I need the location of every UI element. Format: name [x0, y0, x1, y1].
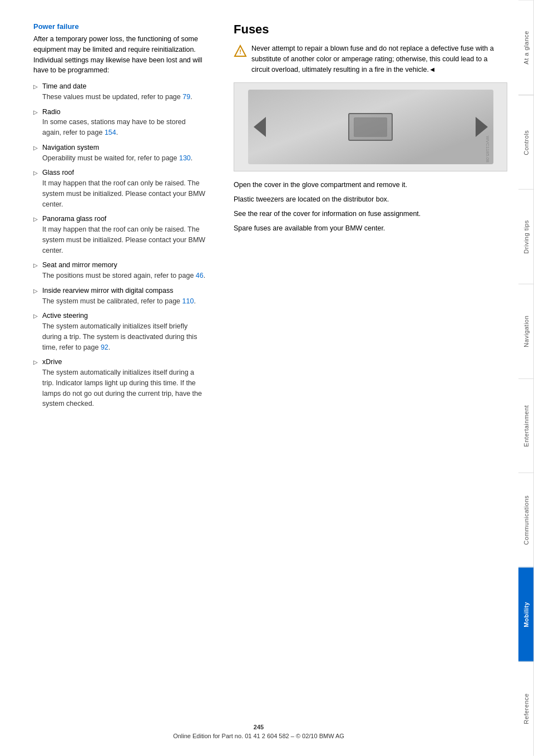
fuse-desc-rear: See the rear of the cover for informatio…: [234, 208, 507, 219]
list-item: ▷ Seat and mirror memory The positions m…: [33, 260, 206, 281]
page-footer: 245 Online Edition for Part no. 01 41 2 …: [0, 724, 517, 739]
bullet-title: Active steering: [42, 311, 206, 321]
bullet-desc: These values must be updated, refer to p…: [42, 92, 206, 102]
sidebar-item-controls[interactable]: Controls: [518, 95, 534, 190]
bullet-desc: It may happen that the roof can only be …: [42, 178, 206, 209]
bullet-content: Seat and mirror memory The positions mus…: [42, 260, 206, 281]
bullet-list: ▷ Time and date These values must be upd…: [33, 81, 206, 409]
bullet-desc: In some cases, stations may have to be s…: [42, 117, 206, 138]
bullet-desc: Operability must be waited for, refer to…: [42, 153, 206, 164]
bullet-arrow-icon: ▷: [33, 169, 38, 177]
page-container: Power failure After a temporary power lo…: [0, 0, 534, 756]
bullet-content: Inside rearview mirror with digital comp…: [42, 286, 206, 307]
bullet-content: Glass roof It may happen that the roof c…: [42, 168, 206, 209]
bullet-title: Radio: [42, 107, 206, 117]
right-sidebar: At a glance Controls Driving tips Naviga…: [518, 0, 534, 756]
bullet-title: Seat and mirror memory: [42, 260, 206, 271]
bullet-title: Inside rearview mirror with digital comp…: [42, 286, 206, 296]
list-item: ▷ Panorama glass roof It may happen that…: [33, 214, 206, 256]
bullet-arrow-icon: ▷: [33, 215, 38, 223]
bullet-arrow-icon: ▷: [33, 287, 38, 295]
warning-box: ! Never attempt to repair a blown fuse a…: [234, 43, 507, 75]
list-item: ▷ Radio In some cases, stations may have…: [33, 107, 206, 138]
sidebar-item-mobility[interactable]: Mobility: [518, 567, 534, 662]
main-content: Power failure After a temporary power lo…: [0, 0, 518, 756]
footer-text: Online Edition for Part no. 01 41 2 604 …: [0, 733, 517, 739]
svg-text:!: !: [239, 48, 241, 55]
sidebar-item-driving-tips[interactable]: Driving tips: [518, 189, 534, 284]
list-item: ▷ Inside rearview mirror with digital co…: [33, 286, 206, 307]
bullet-desc: The system must be calibrated, refer to …: [42, 296, 206, 307]
bullet-content: Time and date These values must be updat…: [42, 81, 206, 102]
sidebar-item-entertainment[interactable]: Entertainment: [518, 379, 534, 473]
list-item: ▷ Time and date These values must be upd…: [33, 81, 206, 102]
bullet-desc: The positions must be stored again, refe…: [42, 271, 206, 281]
sidebar-item-communications[interactable]: Communications: [518, 473, 534, 567]
fuse-image: WVC1185.08: [234, 82, 507, 171]
bullet-title: Navigation system: [42, 143, 206, 153]
page-ref-link[interactable]: 110: [182, 297, 194, 305]
page-ref-link[interactable]: 92: [101, 343, 108, 351]
list-item: ▷ Active steering The system automatical…: [33, 311, 206, 352]
bullet-arrow-icon: ▷: [33, 358, 38, 366]
bullet-arrow-icon: ▷: [33, 144, 38, 152]
warning-triangle-icon: !: [234, 45, 247, 58]
sidebar-item-navigation[interactable]: Navigation: [518, 284, 534, 379]
list-item: ▷ xDrive The system automatically initia…: [33, 357, 206, 409]
warning-text: Never attempt to repair a blown fuse and…: [251, 43, 507, 75]
bullet-title: xDrive: [42, 357, 206, 367]
power-failure-intro: After a temporary power loss, the functi…: [33, 34, 206, 76]
list-item: ▷ Navigation system Operability must be …: [33, 143, 206, 164]
sidebar-item-at-a-glance[interactable]: At a glance: [518, 0, 534, 95]
fuse-desc-spare: Spare fuses are available from your BMW …: [234, 223, 507, 234]
left-column: Power failure After a temporary power lo…: [33, 22, 206, 734]
fuse-desc-tweezers: Plastic tweezers are located on the dist…: [234, 194, 507, 205]
fuse-image-inner: WVC1185.08: [248, 90, 493, 164]
list-item: ▷ Glass roof It may happen that the roof…: [33, 168, 206, 209]
page-ref-link[interactable]: 79: [182, 93, 190, 101]
page-ref-link[interactable]: 154: [105, 129, 116, 136]
fuses-title: Fuses: [234, 22, 507, 37]
page-number: 245: [0, 724, 517, 730]
bullet-arrow-icon: ▷: [33, 312, 38, 320]
bullet-arrow-icon: ▷: [33, 82, 38, 91]
bullet-title: Panorama glass roof: [42, 214, 206, 224]
bullet-desc: The system automatically initializes its…: [42, 321, 206, 352]
bullet-content: xDrive The system automatically initiali…: [42, 357, 206, 409]
page-ref-link[interactable]: 130: [179, 154, 191, 162]
page-ref-link[interactable]: 46: [196, 272, 204, 279]
bullet-title: Time and date: [42, 81, 206, 92]
power-failure-title: Power failure: [33, 22, 206, 31]
bullet-desc: The system automatically initializes its…: [42, 367, 206, 409]
bullet-title: Glass roof: [42, 168, 206, 178]
bullet-content: Radio In some cases, stations may have t…: [42, 107, 206, 138]
bullet-content: Active steering The system automatically…: [42, 311, 206, 352]
bullet-arrow-icon: ▷: [33, 108, 38, 116]
bullet-arrow-icon: ▷: [33, 261, 38, 269]
fuse-desc-open: Open the cover in the glove compartment …: [234, 179, 507, 190]
bullet-content: Navigation system Operability must be wa…: [42, 143, 206, 164]
bullet-desc: It may happen that the roof can only be …: [42, 224, 206, 256]
bullet-content: Panorama glass roof It may happen that t…: [42, 214, 206, 256]
right-column: Fuses ! Never attempt to repair a blown …: [222, 22, 507, 734]
sidebar-item-reference[interactable]: Reference: [518, 661, 534, 756]
